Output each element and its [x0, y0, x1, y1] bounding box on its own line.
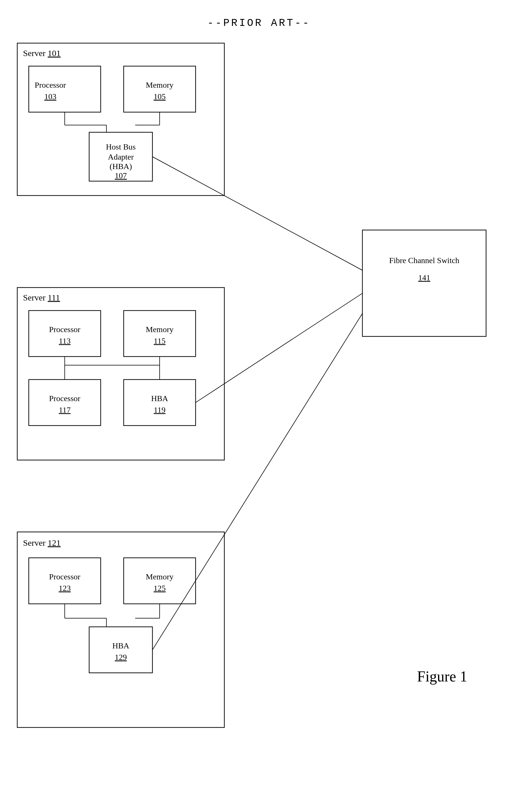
hba-129-label: HBA — [112, 641, 130, 650]
fibre-channel-switch-141-box — [363, 230, 486, 337]
diagram-container: text { font-family: 'Times New Roman', T… — [0, 34, 518, 796]
fibre-channel-switch-number: 141 — [418, 273, 430, 282]
hba-119-label: HBA — [151, 394, 168, 403]
conn-hba107-switch — [152, 157, 363, 270]
processor-113-label: Processor — [49, 325, 81, 334]
hba-107-label-line3: (HBA) — [110, 162, 132, 171]
processor-117-label: Processor — [49, 394, 81, 403]
memory-105-number: 105 — [153, 92, 166, 101]
server-111-label: Server 111 — [23, 293, 60, 302]
memory-115-label: Memory — [146, 325, 173, 334]
diagram-svg: text { font-family: 'Times New Roman', T… — [0, 34, 518, 796]
memory-125-number: 125 — [153, 584, 166, 592]
hba-129-number: 129 — [115, 653, 127, 662]
hba-107-number: 107 — [115, 171, 127, 180]
processor-103-label: Processor — [35, 81, 66, 89]
hba-107-label-line1: Host Bus — [106, 142, 136, 151]
figure-label: Figure 1 — [417, 668, 467, 685]
processor-103-number: 103 — [44, 92, 56, 101]
processor-117-number: 117 — [59, 405, 71, 414]
memory-125-label: Memory — [146, 572, 173, 581]
processor-113-number: 113 — [59, 337, 71, 345]
server-121-label: Server 121 — [23, 538, 61, 548]
memory-115-number: 115 — [154, 337, 166, 345]
processor-123-number: 123 — [59, 584, 71, 592]
page: --PRIOR ART-- text { font-family: 'Times… — [0, 0, 518, 812]
server-101-label: Server 101 — [23, 48, 61, 58]
hba-119-number: 119 — [154, 405, 166, 414]
hba-107-label-line2: Adapter — [108, 152, 134, 161]
memory-105-label: Memory — [146, 81, 173, 89]
prior-art-label: --PRIOR ART-- — [0, 0, 518, 29]
processor-123-label: Processor — [49, 572, 81, 581]
fibre-channel-switch-label-1: Fibre Channel Switch — [389, 256, 459, 265]
